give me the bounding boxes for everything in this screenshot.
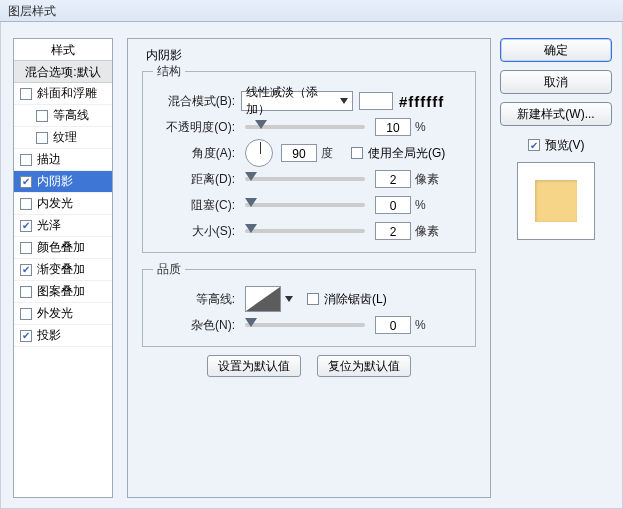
color-swatch[interactable]: [359, 92, 393, 110]
style-label: 光泽: [37, 217, 112, 234]
distance-label: 距离(D):: [153, 171, 241, 188]
style-checkbox[interactable]: [20, 88, 32, 100]
style-checkbox[interactable]: [20, 264, 32, 276]
angle-label: 角度(A):: [153, 145, 241, 162]
newstyle-button[interactable]: 新建样式(W)...: [500, 102, 612, 126]
dialog-title: 图层样式: [0, 0, 623, 22]
style-label: 描边: [37, 151, 112, 168]
blendmode-select[interactable]: 线性减淡（添加）: [241, 91, 353, 111]
contour-picker[interactable]: [245, 286, 281, 312]
style-label: 颜色叠加: [37, 239, 112, 256]
style-checkbox[interactable]: [36, 132, 48, 144]
choke-unit: %: [415, 198, 445, 212]
style-row-0[interactable]: 斜面和浮雕: [14, 83, 112, 105]
opacity-unit: %: [415, 120, 445, 134]
style-label: 渐变叠加: [37, 261, 112, 278]
reset-default-button[interactable]: 复位为默认值: [317, 355, 411, 377]
size-unit: 像素: [415, 223, 445, 240]
style-row-9[interactable]: 图案叠加: [14, 281, 112, 303]
style-checkbox[interactable]: [20, 330, 32, 342]
ok-button[interactable]: 确定: [500, 38, 612, 62]
style-checkbox[interactable]: [20, 286, 32, 298]
angle-unit: 度: [321, 145, 351, 162]
style-checkbox[interactable]: [20, 242, 32, 254]
opacity-value[interactable]: 10: [375, 118, 411, 136]
style-row-4[interactable]: 内阴影: [14, 171, 112, 193]
globallight-checkbox[interactable]: [351, 147, 363, 159]
quality-group: 品质 等高线: 消除锯齿(L) 杂色(N): 0 %: [142, 261, 476, 347]
choke-value[interactable]: 0: [375, 196, 411, 214]
style-checkbox[interactable]: [20, 198, 32, 210]
style-row-7[interactable]: 颜色叠加: [14, 237, 112, 259]
blendmode-label: 混合模式(B):: [153, 93, 241, 110]
style-checkbox[interactable]: [20, 308, 32, 320]
style-row-2[interactable]: 纹理: [14, 127, 112, 149]
quality-legend: 品质: [153, 261, 185, 278]
color-hex: #ffffff: [399, 93, 444, 110]
choke-slider[interactable]: [245, 203, 365, 207]
style-row-11[interactable]: 投影: [14, 325, 112, 347]
noise-label: 杂色(N):: [153, 317, 241, 334]
noise-value[interactable]: 0: [375, 316, 411, 334]
style-label: 斜面和浮雕: [37, 85, 112, 102]
preview-checkbox[interactable]: [528, 139, 540, 151]
style-label: 内阴影: [37, 173, 112, 190]
size-value[interactable]: 2: [375, 222, 411, 240]
chevron-down-icon: [340, 98, 348, 104]
style-row-5[interactable]: 内发光: [14, 193, 112, 215]
angle-value[interactable]: 90: [281, 144, 317, 162]
structure-legend: 结构: [153, 63, 185, 80]
opacity-label: 不透明度(O):: [153, 119, 241, 136]
style-row-6[interactable]: 光泽: [14, 215, 112, 237]
chevron-down-icon[interactable]: [285, 296, 293, 302]
style-label: 外发光: [37, 305, 112, 322]
style-row-3[interactable]: 描边: [14, 149, 112, 171]
cancel-button[interactable]: 取消: [500, 70, 612, 94]
preview-box: [517, 162, 595, 240]
set-default-button[interactable]: 设置为默认值: [207, 355, 301, 377]
options-panel: 内阴影 结构 混合模式(B): 线性减淡（添加） #ffffff 不透明度(O)…: [127, 38, 491, 498]
style-label: 纹理: [53, 129, 112, 146]
distance-unit: 像素: [415, 171, 445, 188]
size-label: 大小(S):: [153, 223, 241, 240]
style-label: 内发光: [37, 195, 112, 212]
dialog-body: 样式 混合选项:默认 斜面和浮雕等高线纹理描边内阴影内发光光泽颜色叠加渐变叠加图…: [0, 22, 623, 509]
right-column: 确定 取消 新建样式(W)... 预览(V): [500, 38, 612, 240]
preview-swatch: [535, 180, 577, 222]
antialias-label: 消除锯齿(L): [324, 291, 387, 308]
style-label: 等高线: [53, 107, 112, 124]
styles-list: 斜面和浮雕等高线纹理描边内阴影内发光光泽颜色叠加渐变叠加图案叠加外发光投影: [14, 83, 112, 347]
size-slider[interactable]: [245, 229, 365, 233]
choke-label: 阻塞(C):: [153, 197, 241, 214]
style-checkbox[interactable]: [20, 220, 32, 232]
blend-options[interactable]: 混合选项:默认: [14, 61, 112, 83]
angle-dial[interactable]: [245, 139, 273, 167]
style-row-1[interactable]: 等高线: [14, 105, 112, 127]
style-checkbox[interactable]: [20, 154, 32, 166]
distance-value[interactable]: 2: [375, 170, 411, 188]
noise-unit: %: [415, 318, 445, 332]
preview-label: 预览(V): [545, 137, 585, 154]
style-label: 图案叠加: [37, 283, 112, 300]
globallight-label: 使用全局光(G): [368, 145, 445, 162]
style-row-8[interactable]: 渐变叠加: [14, 259, 112, 281]
antialias-checkbox[interactable]: [307, 293, 319, 305]
contour-label: 等高线:: [153, 291, 241, 308]
style-row-10[interactable]: 外发光: [14, 303, 112, 325]
style-checkbox[interactable]: [36, 110, 48, 122]
noise-slider[interactable]: [245, 323, 365, 327]
style-checkbox[interactable]: [20, 176, 32, 188]
style-label: 投影: [37, 327, 112, 344]
styles-panel: 样式 混合选项:默认 斜面和浮雕等高线纹理描边内阴影内发光光泽颜色叠加渐变叠加图…: [13, 38, 113, 498]
styles-header[interactable]: 样式: [14, 39, 112, 61]
structure-group: 结构 混合模式(B): 线性减淡（添加） #ffffff 不透明度(O): 10…: [142, 63, 476, 253]
opacity-slider[interactable]: [245, 125, 365, 129]
distance-slider[interactable]: [245, 177, 365, 181]
